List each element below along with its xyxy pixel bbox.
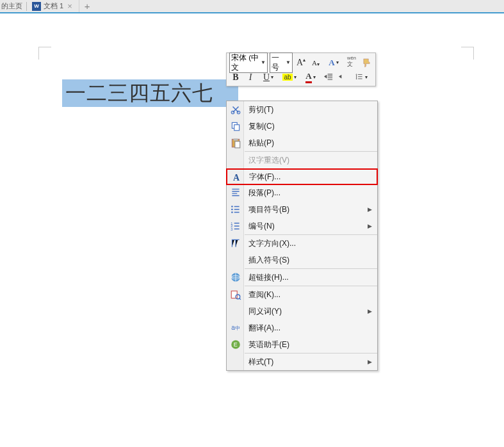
menu-hyperlink-label: 超链接(H)...: [248, 272, 289, 283]
menu-review[interactable]: 查阅(K)...: [227, 286, 377, 303]
menu-hyperlink[interactable]: 超链接(H)...: [227, 269, 377, 286]
paragraph-icon: [230, 187, 241, 199]
svg-rect-6: [234, 138, 238, 140]
copy-icon: [230, 120, 241, 132]
menu-bullets[interactable]: 项目符号(B) ▶: [227, 201, 377, 218]
menu-english-assistant-label: 英语助手(E): [248, 339, 289, 350]
svg-rect-3: [234, 125, 240, 131]
svg-rect-5: [235, 142, 240, 148]
submenu-arrow-icon: ▶: [368, 206, 372, 213]
font-icon: A: [231, 172, 242, 184]
cut-icon: [230, 104, 241, 115]
submenu-arrow-icon: ▶: [368, 223, 372, 229]
menu-numbering-label: 编号(N): [248, 221, 275, 232]
svg-point-7: [231, 206, 233, 207]
hyperlink-icon: [230, 272, 241, 283]
shrink-font-button[interactable]: A▾: [309, 56, 322, 69]
text-direction-icon: [230, 238, 241, 249]
format-painter-button[interactable]: [360, 56, 373, 69]
menu-numbering[interactable]: 123 编号(N) ▶: [227, 218, 377, 234]
word-icon: W: [32, 2, 41, 11]
svg-text:3: 3: [231, 227, 232, 231]
submenu-arrow-icon: ▶: [368, 359, 372, 365]
document-area: 一二三四五六七 宋体 (中文▼ 一号▼ A▴ A▾ A▾ wén文 B I U▾…: [0, 13, 504, 447]
font-size-value: 一号: [272, 53, 285, 72]
svg-text:E: E: [234, 341, 238, 348]
tab-home[interactable]: 的主页: [0, 1, 26, 11]
menu-cut[interactable]: 剪切(T): [227, 101, 377, 118]
menu-copy[interactable]: 复制(C): [227, 118, 377, 134]
svg-point-9: [231, 211, 233, 213]
svg-rect-15: [231, 291, 237, 298]
bullets-icon: [230, 204, 241, 215]
menu-paste[interactable]: 粘贴(P): [227, 134, 377, 151]
page-corner-tr: [461, 47, 474, 60]
menu-copy-label: 复制(C): [248, 121, 275, 132]
translate-icon: a中: [230, 322, 241, 334]
menu-insert-symbol[interactable]: 插入符号(S): [227, 252, 377, 268]
selected-text[interactable]: 一二三四五六七: [62, 79, 238, 107]
menu-insert-symbol-label: 插入符号(S): [248, 255, 289, 266]
phonetic-guide-button[interactable]: wén文: [345, 56, 358, 69]
context-menu: 剪切(T) 复制(C) 粘贴(P) 汉字重选(V) A 字体(F)...: [226, 101, 378, 371]
menu-reselect-hanzi: 汉字重选(V): [227, 152, 377, 168]
menu-font-label: 字体(F)...: [249, 172, 280, 183]
menu-font[interactable]: A 字体(F)...: [226, 168, 378, 185]
menu-synonym[interactable]: 同义词(Y) ▶: [227, 303, 377, 320]
svg-point-8: [231, 209, 233, 211]
tab-document-label: 文档 1: [44, 1, 63, 11]
highlight-button[interactable]: ab▾: [280, 71, 299, 84]
menu-bullets-label: 项目符号(B): [248, 204, 289, 215]
menu-text-direction[interactable]: 文字方向(X)...: [227, 235, 377, 252]
increase-indent-button[interactable]: [337, 71, 350, 84]
review-icon: [230, 289, 241, 300]
menu-translate[interactable]: a中 翻译(A)...: [227, 320, 377, 336]
line-spacing-button[interactable]: ▾: [352, 71, 371, 84]
font-name-combo[interactable]: 宋体 (中文▼: [229, 53, 268, 73]
menu-translate-label: 翻译(A)...: [248, 323, 280, 334]
tab-document[interactable]: W 文档 1 ×: [27, 0, 79, 12]
close-icon[interactable]: ×: [66, 1, 74, 11]
menu-text-direction-label: 文字方向(X)...: [248, 238, 296, 249]
font-size-combo[interactable]: 一号▼: [270, 53, 293, 73]
page-corner-tl: [38, 47, 51, 60]
menu-cut-label: 剪切(T): [248, 104, 273, 115]
tab-bar: 的主页 W 文档 1 × +: [0, 0, 504, 13]
paste-icon: [230, 137, 241, 149]
submenu-arrow-icon: ▶: [368, 308, 372, 314]
bold-button[interactable]: B: [229, 71, 242, 84]
add-tab-button[interactable]: +: [79, 1, 95, 12]
menu-paste-label: 粘贴(P): [248, 138, 274, 149]
menu-reselect-label: 汉字重选(V): [248, 155, 289, 166]
text-effects-button[interactable]: A▾: [324, 56, 343, 69]
menu-paragraph-label: 段落(P)...: [248, 188, 280, 199]
menu-review-label: 查阅(K)...: [248, 289, 280, 300]
menu-paragraph[interactable]: 段落(P)...: [227, 184, 377, 201]
decrease-indent-button[interactable]: [322, 71, 335, 84]
menu-style[interactable]: 样式(T) ▶: [227, 354, 377, 370]
english-assistant-icon: E: [230, 339, 241, 350]
menu-english-assistant[interactable]: E 英语助手(E): [227, 336, 377, 353]
italic-button[interactable]: I: [244, 71, 257, 84]
font-name-value: 宋体 (中文: [231, 53, 260, 72]
font-color-button[interactable]: A▾: [301, 71, 320, 84]
grow-font-button[interactable]: A▴: [295, 56, 307, 69]
underline-button[interactable]: U▾: [259, 71, 278, 84]
mini-toolbar: 宋体 (中文▼ 一号▼ A▴ A▾ A▾ wén文 B I U▾ ab▾ A▾: [226, 53, 376, 86]
numbering-icon: 123: [230, 220, 241, 232]
menu-style-label: 样式(T): [248, 357, 273, 368]
menu-synonym-label: 同义词(Y): [248, 306, 282, 317]
